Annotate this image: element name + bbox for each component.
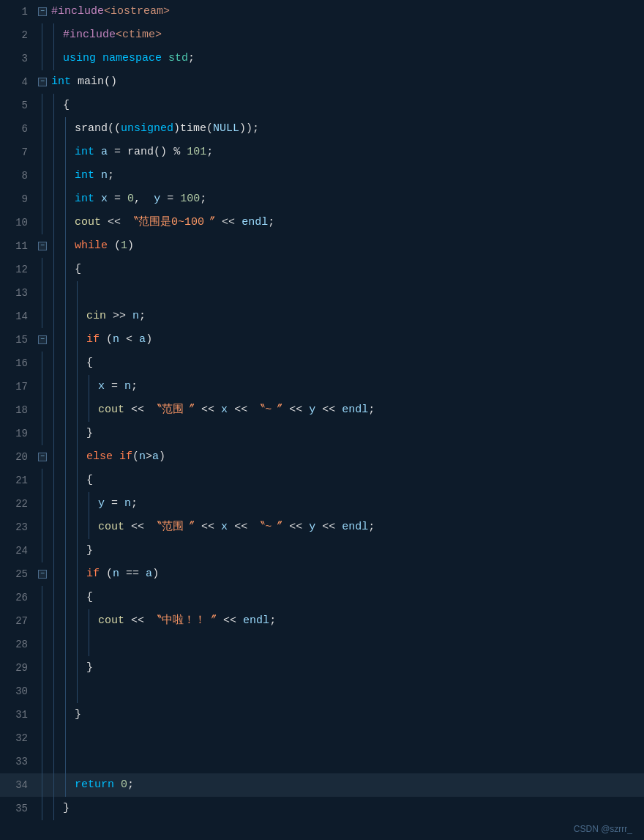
indent-guide	[60, 726, 72, 750]
indent-guide	[48, 94, 60, 117]
indent-guide	[60, 609, 72, 633]
line-number: 7	[0, 141, 37, 164]
indent-guide	[72, 680, 83, 703]
fold-column	[37, 375, 48, 398]
code-line-24: 24}	[0, 539, 644, 562]
fold-column	[37, 422, 48, 445]
code-line-19: 19}	[0, 422, 644, 445]
code-content	[72, 750, 644, 773]
code-content: int x = 0, y = 100;	[72, 187, 644, 211]
fold-column	[37, 633, 48, 656]
indent-guide	[60, 633, 72, 656]
fold-column	[37, 609, 48, 633]
line-number: 35	[0, 797, 37, 820]
fold-column: −	[37, 562, 48, 586]
code-line-34: 34return 0;	[0, 773, 644, 797]
code-content: cout << 〝范围是0~100〞 << endl;	[72, 211, 644, 234]
indent-guide	[48, 375, 60, 398]
code-line-26: 26{	[0, 586, 644, 609]
indent-guide	[83, 633, 95, 656]
code-line-12: 12{	[0, 258, 644, 281]
fold-button[interactable]: −	[38, 242, 47, 250]
fold-button[interactable]: −	[38, 335, 47, 344]
code-content: #include<ctime>	[60, 23, 644, 47]
code-line-15: 15−if (n < a)	[0, 328, 644, 352]
code-content: x = n;	[95, 375, 644, 398]
indent-guide	[48, 352, 60, 375]
indent-guide	[60, 234, 72, 258]
indent-guide	[48, 141, 60, 164]
code-content: if (n == a)	[83, 562, 644, 586]
code-content: {	[60, 94, 644, 117]
line-number: 27	[0, 609, 37, 633]
code-content: else if(n>a)	[83, 445, 644, 469]
code-line-21: 21{	[0, 469, 644, 492]
indent-guide	[48, 187, 60, 211]
indent-guide	[48, 398, 60, 422]
indent-guide	[48, 47, 60, 70]
code-line-3: 3using namespace std;	[0, 47, 644, 70]
fold-column	[37, 516, 48, 539]
line-number: 28	[0, 633, 37, 656]
fold-column	[37, 117, 48, 141]
indent-guide	[72, 352, 83, 375]
fold-column	[37, 656, 48, 680]
code-content: cin >> n;	[83, 305, 644, 328]
indent-guide	[60, 539, 72, 562]
fold-column	[37, 305, 48, 328]
indent-guide	[60, 352, 72, 375]
indent-guide	[60, 750, 72, 773]
indent-guide	[60, 187, 72, 211]
code-line-35: 35}	[0, 797, 644, 820]
indent-guide	[48, 750, 60, 773]
line-number: 20	[0, 445, 37, 469]
indent-guide	[60, 492, 72, 516]
indent-guide	[48, 211, 60, 234]
indent-guide	[60, 141, 72, 164]
fold-column	[37, 187, 48, 211]
fold-column	[37, 164, 48, 187]
indent-guide	[72, 398, 83, 422]
indent-guide	[48, 797, 60, 820]
watermark: CSDN @szrrr_	[574, 824, 632, 834]
indent-guide	[48, 281, 60, 305]
code-content: using namespace std;	[60, 47, 644, 70]
indent-guide	[83, 398, 95, 422]
line-number: 26	[0, 586, 37, 609]
code-content: return 0;	[72, 773, 644, 797]
line-number: 3	[0, 47, 37, 70]
line-number: 1	[0, 0, 37, 23]
fold-button[interactable]: −	[38, 78, 47, 86]
line-number: 34	[0, 773, 37, 797]
indent-guide	[48, 258, 60, 281]
line-number: 5	[0, 94, 37, 117]
indent-guide	[72, 281, 83, 305]
fold-button[interactable]: −	[38, 453, 47, 461]
code-editor: 1−#include<iostream>2#include<ctime>3usi…	[0, 0, 644, 840]
code-line-29: 29}	[0, 656, 644, 680]
line-number: 31	[0, 703, 37, 726]
line-number: 14	[0, 305, 37, 328]
fold-column: −	[37, 0, 48, 23]
fold-button[interactable]: −	[38, 7, 47, 16]
indent-guide	[48, 586, 60, 609]
indent-guide	[60, 680, 72, 703]
fold-button[interactable]: −	[38, 570, 47, 579]
indent-guide	[48, 445, 60, 469]
indent-guide	[48, 773, 60, 797]
line-number: 13	[0, 281, 37, 305]
code-content: }	[83, 539, 644, 562]
indent-guide	[48, 562, 60, 586]
fold-column	[37, 492, 48, 516]
line-number: 25	[0, 562, 37, 586]
code-line-16: 16{	[0, 352, 644, 375]
code-line-30: 30	[0, 680, 644, 703]
code-content: y = n;	[95, 492, 644, 516]
code-content: }	[72, 703, 644, 726]
indent-guide	[72, 539, 83, 562]
code-content	[72, 726, 644, 750]
indent-guide	[72, 586, 83, 609]
indent-guide	[48, 609, 60, 633]
code-line-17: 17x = n;	[0, 375, 644, 398]
indent-guide	[48, 422, 60, 445]
